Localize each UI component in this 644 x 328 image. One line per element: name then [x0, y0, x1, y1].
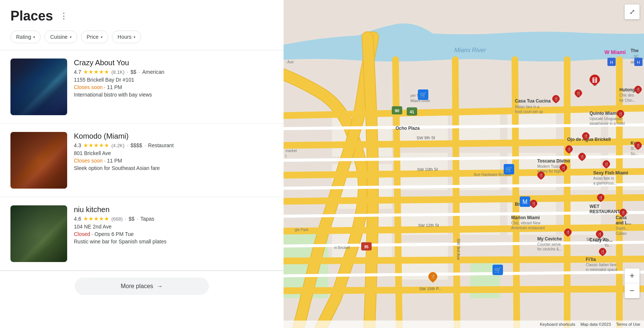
hours-detail: · 11 PM [104, 158, 122, 164]
place-item-niu-kitchen[interactable]: niu kitchen 4.6 ★ ★ ★ ★ ★ (668) · $$ · T… [0, 197, 284, 271]
svg-text:gle Park: gle Park [295, 228, 309, 232]
filter-cuisine-button[interactable]: Cuisine ▾ [44, 31, 77, 43]
svg-text:Caña: Caña [616, 215, 627, 220]
separator: · [137, 216, 138, 222]
star-icon: ★ [83, 69, 88, 75]
filter-hours-button[interactable]: Hours ▾ [112, 31, 141, 43]
svg-text:Yo...: Yo... [604, 243, 612, 247]
star-half-icon: ★ [104, 69, 109, 75]
left-panel: Places ⋮ Rating ▾ Cuisine ▾ Price ▾ Hour… [0, 0, 284, 328]
svg-text:🍴: 🍴 [636, 87, 641, 92]
star-icon: ★ [83, 215, 88, 222]
svg-text:Hutong: Hutong [619, 87, 635, 92]
svg-text:🍴: 🍴 [621, 210, 626, 215]
place-name: niu kitchen [74, 205, 273, 214]
star-icon: ★ [99, 142, 104, 149]
svg-text:So...: So... [631, 152, 638, 156]
keyboard-shortcuts-link[interactable]: Keyboard shortcuts [540, 322, 575, 327]
svg-text:t: t [285, 154, 287, 158]
more-options-button[interactable]: ⋮ [58, 10, 69, 22]
zoom-in-button[interactable]: + [625, 268, 640, 283]
more-places-button[interactable]: More places → [75, 278, 209, 295]
svg-text:Italian fare in a: Italian fare in a [515, 105, 540, 109]
stars: ★ ★ ★ ★ ★ [83, 69, 109, 75]
svg-text:🍴: 🍴 [539, 173, 544, 178]
place-hours: Closed · Opens 6 PM Tue [74, 231, 273, 237]
svg-text:🍴: 🍴 [576, 91, 581, 96]
svg-text:🛒: 🛒 [419, 91, 427, 98]
more-options-icon: ⋮ [60, 12, 68, 20]
place-rating-row: 4.6 ★ ★ ★ ★ ★ (668) · $$ · Tapas [74, 215, 273, 222]
svg-text:American restaurant: American restaurant [511, 226, 545, 230]
svg-text:ni Brickell: ni Brickell [334, 246, 350, 250]
place-image-komodo [10, 132, 67, 189]
map-container[interactable]: .road-major { fill: none; stroke: #f5c84… [284, 0, 644, 328]
svg-text:Asian fare in: Asian fare in [593, 176, 614, 180]
hours-status: Closes soon [74, 158, 103, 164]
map-footer: Keyboard shortcuts Map data ©2023 Terms … [284, 321, 644, 328]
filter-price-button[interactable]: Price ▾ [81, 31, 108, 43]
svg-text:Upscale Uruguayan: Upscale Uruguayan [590, 117, 622, 121]
filter-hours-label: Hours [118, 34, 131, 40]
separator: · [127, 69, 128, 75]
svg-text:: Ave: : Ave [285, 60, 294, 64]
map-panel: .road-major { fill: none; stroke: #f5c84… [284, 0, 644, 328]
svg-text:🍴: 🍴 [598, 195, 603, 200]
minus-icon: − [630, 286, 635, 296]
svg-text:Chic des: Chic des [619, 93, 634, 97]
place-item-crazy-about-you[interactable]: Crazy About You 4.7 ★ ★ ★ ★ ★ (8.1K) · $… [0, 50, 284, 124]
star-half-icon: ★ [104, 215, 109, 222]
places-list: Crazy About You 4.7 ★ ★ ★ ★ ★ (8.1K) · $… [0, 50, 284, 271]
hours-status-closed: Closed [74, 231, 90, 237]
separator: · [127, 142, 128, 148]
hours-status: Closes soon [74, 84, 103, 90]
place-image-niu-kitchen [10, 205, 67, 262]
svg-text:SW 3rd Ave: SW 3rd Ave [456, 239, 461, 260]
svg-text:a glamorous...: a glamorous... [593, 181, 617, 185]
place-info-niu-kitchen: niu kitchen 4.6 ★ ★ ★ ★ ★ (668) · $$ · T… [74, 205, 273, 245]
svg-text:Quinto Miami: Quinto Miami [590, 111, 618, 116]
svg-text:41: 41 [410, 110, 414, 114]
separator: · [125, 216, 126, 222]
svg-text:Classic Italian fare: Classic Italian fare [586, 263, 616, 267]
star-icon: ★ [94, 215, 99, 222]
place-item-komodo[interactable]: Komodo (Miami) 4.3 ★ ★ ★ ★ ★ (4.2K) · $$… [0, 124, 284, 197]
svg-text:🍴: 🍴 [531, 201, 536, 206]
star-icon: ★ [88, 142, 93, 149]
separator: · [144, 142, 146, 148]
svg-text:🍴: 🍴 [561, 165, 566, 170]
page-title: Places [10, 8, 53, 24]
svg-text:Marion Miami: Marion Miami [511, 215, 540, 220]
place-info-komodo: Komodo (Miami) 4.3 ★ ★ ★ ★ ★ (4.2K) · $$… [74, 132, 273, 171]
svg-text:🍴: 🍴 [597, 232, 602, 237]
separator: · [138, 69, 140, 75]
svg-text:SW 15th P...: SW 15th P... [419, 286, 442, 291]
map-expand-button[interactable]: ⤢ [625, 4, 640, 19]
svg-text:in minimalist space: in minimalist space [586, 268, 618, 272]
svg-text:🍴: 🍴 [618, 111, 623, 116]
place-address: 801 Brickell Ave [74, 150, 273, 156]
chevron-down-icon: ▾ [134, 35, 135, 39]
svg-text:Modern Tuscan: Modern Tuscan [537, 164, 563, 168]
review-count: (8.1K) [111, 69, 124, 75]
plus-icon: + [630, 271, 635, 281]
filter-rating-button[interactable]: Rating ▾ [10, 31, 41, 43]
zoom-out-button[interactable]: − [625, 283, 640, 298]
svg-text:M: M [522, 199, 527, 205]
svg-text:🍴: 🍴 [554, 97, 559, 101]
place-rating-row: 4.7 ★ ★ ★ ★ ★ (8.1K) · $$ · American [74, 69, 273, 75]
place-description: Sleek option for Southeast Asian fare [74, 165, 273, 171]
hours-detail: · Opens 6 PM Tue [91, 231, 134, 237]
place-address: 104 NE 2nd Ave [74, 224, 273, 230]
place-image-crazy-about-you [10, 59, 67, 115]
terms-link[interactable]: Terms of Use [616, 322, 640, 327]
place-hours: Closes soon · 11 PM [74, 158, 273, 164]
star-half-icon: ★ [104, 142, 109, 149]
star-icon: ★ [83, 142, 88, 149]
svg-text:for Chin...: for Chin... [619, 98, 635, 102]
star-icon: ★ [88, 215, 93, 222]
rating-number: 4.7 [74, 69, 81, 75]
svg-text:🛒: 🛒 [505, 166, 513, 173]
cuisine-type: Tapas [140, 216, 154, 222]
filter-cuisine-label: Cuisine [50, 34, 68, 40]
